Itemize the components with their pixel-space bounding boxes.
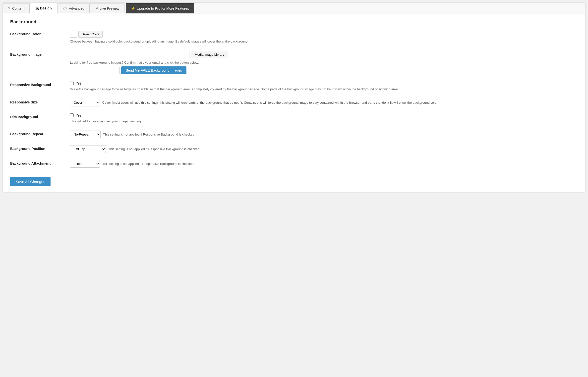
media-image-library-button[interactable]: Media Image Library xyxy=(191,51,228,58)
background-repeat-control: No-Repeat Repeat Repeat-X Repeat-Y This … xyxy=(70,131,578,138)
responsive-background-label: Responsive Background xyxy=(10,81,70,87)
responsive-background-row: Responsive Background Yes Scale the back… xyxy=(10,81,578,92)
main-content: Background Background Color Select Color… xyxy=(3,13,585,192)
responsive-size-description: Cover (most users will use this setting)… xyxy=(102,99,578,105)
tab-live-preview[interactable]: ↗ Live Preview xyxy=(90,3,124,13)
tab-advanced[interactable]: </> Advanced xyxy=(58,3,90,13)
email-input[interactable] xyxy=(70,67,120,74)
responsive-size-select-row: Cover Contain Cover (most users will use… xyxy=(70,99,578,106)
background-position-select-row: Left Top Left Center Left Bottom Center … xyxy=(70,145,578,153)
tab-upgrade[interactable]: ⚡ Upgrade to Pro for More Features xyxy=(126,3,194,13)
background-position-row: Background Position Left Top Left Center… xyxy=(10,145,578,153)
dim-background-checkbox-row: Yes xyxy=(70,113,578,117)
background-color-label: Background Color xyxy=(10,31,70,36)
tab-live-preview-label: Live Preview xyxy=(100,6,119,10)
background-position-label: Background Position xyxy=(10,145,70,151)
responsive-size-row: Responsive Size Cover Contain Cover (mos… xyxy=(10,99,578,106)
responsive-background-checkbox-row: Yes xyxy=(70,81,578,85)
color-swatch xyxy=(70,31,77,38)
send-images-button[interactable]: Send Me FREE Background Images xyxy=(121,66,186,74)
background-repeat-label: Background Repeat xyxy=(10,131,70,136)
responsive-size-select[interactable]: Cover Contain xyxy=(70,99,100,106)
content-icon: ✎ xyxy=(8,6,11,10)
background-repeat-description: This setting is not applied if Responsiv… xyxy=(103,131,578,137)
tab-content[interactable]: ✎ Content xyxy=(3,3,30,13)
design-icon: 🖼 xyxy=(35,6,39,10)
background-image-label: Background Image xyxy=(10,51,70,56)
dim-background-row: Dim Background Yes This will add an over… xyxy=(10,113,578,124)
select-color-button[interactable]: Select Color xyxy=(78,31,103,38)
background-color-control: Select Color Choose between having a sol… xyxy=(70,31,578,44)
background-color-row: Background Color Select Color Choose bet… xyxy=(10,31,578,44)
tab-design[interactable]: 🖼 Design xyxy=(30,3,57,13)
background-attachment-row: Background Attachment Fixed Scroll This … xyxy=(10,160,578,168)
background-image-row: Background Image Media Image Library Loo… xyxy=(10,51,578,75)
dim-background-label: Dim Background xyxy=(10,113,70,119)
responsive-background-yes-label[interactable]: Yes xyxy=(76,81,81,85)
dim-background-description: This will add an overlay over your image… xyxy=(70,119,578,124)
responsive-background-checkbox[interactable] xyxy=(70,82,74,85)
background-attachment-label: Background Attachment xyxy=(10,160,70,165)
background-image-input[interactable] xyxy=(70,51,189,58)
tab-content-label: Content xyxy=(12,6,24,10)
upgrade-icon: ⚡ xyxy=(131,6,135,10)
free-images-row: Send Me FREE Background Images xyxy=(70,66,578,74)
background-attachment-control: Fixed Scroll This setting is not applied… xyxy=(70,160,578,168)
background-attachment-description: This setting is not applied if Responsiv… xyxy=(102,160,578,166)
background-image-control: Media Image Library Looking for free bac… xyxy=(70,51,578,75)
background-position-description: This setting is not applied if Responsiv… xyxy=(108,145,578,152)
background-repeat-select-row: No-Repeat Repeat Repeat-X Repeat-Y This … xyxy=(70,131,578,138)
background-position-control: Left Top Left Center Left Bottom Center … xyxy=(70,145,578,153)
color-select-row: Select Color xyxy=(70,31,578,38)
page-wrapper: ✎ Content 🖼 Design </> Advanced ↗ Live P… xyxy=(2,2,586,192)
background-repeat-row: Background Repeat No-Repeat Repeat Repea… xyxy=(10,131,578,138)
responsive-background-description: Scale the background image to be as larg… xyxy=(70,87,578,92)
tab-advanced-label: Advanced xyxy=(69,6,84,10)
background-color-description: Choose between having a solid color back… xyxy=(70,39,578,44)
dim-background-checkbox[interactable] xyxy=(70,113,74,117)
section-title: Background xyxy=(10,19,578,25)
image-input-row: Media Image Library xyxy=(70,51,578,58)
background-attachment-select[interactable]: Fixed Scroll xyxy=(70,160,100,168)
free-images-description: Looking for free background images? Conf… xyxy=(70,60,578,65)
responsive-background-control: Yes Scale the background image to be as … xyxy=(70,81,578,92)
tabs-bar: ✎ Content 🖼 Design </> Advanced ↗ Live P… xyxy=(3,3,585,13)
tab-upgrade-label: Upgrade to Pro for More Features xyxy=(137,6,189,10)
background-attachment-select-row: Fixed Scroll This setting is not applied… xyxy=(70,160,578,168)
save-all-changes-button[interactable]: Save All Changes xyxy=(10,177,51,186)
responsive-size-label: Responsive Size xyxy=(10,99,70,104)
responsive-size-control: Cover Contain Cover (most users will use… xyxy=(70,99,578,106)
dim-background-yes-label[interactable]: Yes xyxy=(76,113,81,117)
live-preview-icon: ↗ xyxy=(95,6,98,10)
background-position-select[interactable]: Left Top Left Center Left Bottom Center … xyxy=(70,145,106,153)
advanced-icon: </> xyxy=(63,6,67,10)
dim-background-control: Yes This will add an overlay over your i… xyxy=(70,113,578,124)
tab-design-label: Design xyxy=(40,6,52,10)
background-repeat-select[interactable]: No-Repeat Repeat Repeat-X Repeat-Y xyxy=(70,131,101,138)
